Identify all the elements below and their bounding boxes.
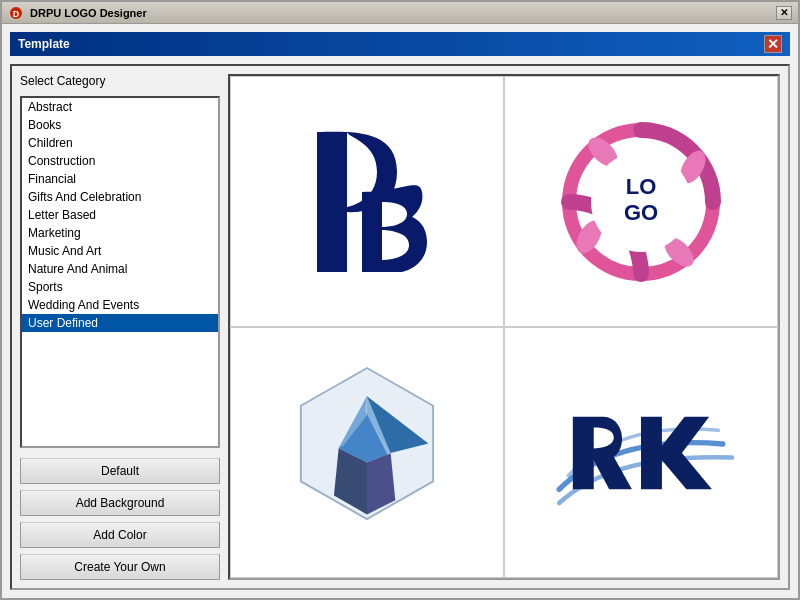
category-abstract[interactable]: Abstract [22, 98, 218, 116]
category-gifts[interactable]: Gifts And Celebration [22, 188, 218, 206]
category-marketing[interactable]: Marketing [22, 224, 218, 242]
category-music[interactable]: Music And Art [22, 242, 218, 260]
logo-item-2[interactable]: LO GO [504, 76, 778, 327]
dialog-title-bar: Template ✕ [10, 32, 790, 56]
dialog-content: Select Category Abstract Books Children … [10, 64, 790, 590]
category-children[interactable]: Children [22, 134, 218, 152]
category-nature[interactable]: Nature And Animal [22, 260, 218, 278]
add-background-button[interactable]: Add Background [20, 490, 220, 516]
logo-item-3[interactable] [230, 327, 504, 578]
svg-text:GO: GO [624, 200, 658, 225]
logo-grid: LO GO [228, 74, 780, 580]
category-user-defined[interactable]: User Defined [22, 314, 218, 332]
main-window: D DRPU LOGO Designer ✕ Template ✕ Select… [0, 0, 800, 600]
dialog: Template ✕ Select Category Abstract Book… [2, 24, 798, 598]
add-color-button[interactable]: Add Color [20, 522, 220, 548]
svg-text:D: D [13, 9, 20, 19]
svg-text:LO: LO [626, 174, 657, 199]
category-construction[interactable]: Construction [22, 152, 218, 170]
buttons-panel: Default Add Background Add Color Create … [20, 458, 220, 580]
window-title: DRPU LOGO Designer [30, 7, 776, 19]
dialog-close-button[interactable]: ✕ [764, 35, 782, 53]
category-financial[interactable]: Financial [22, 170, 218, 188]
window-close-button[interactable]: ✕ [776, 6, 792, 20]
dialog-title: Template [18, 37, 764, 51]
category-letter[interactable]: Letter Based [22, 206, 218, 224]
title-bar: D DRPU LOGO Designer ✕ [2, 2, 798, 24]
category-label: Select Category [20, 74, 220, 88]
logo-item-1[interactable] [230, 76, 504, 327]
category-sports[interactable]: Sports [22, 278, 218, 296]
default-button[interactable]: Default [20, 458, 220, 484]
create-your-own-button[interactable]: Create Your Own [20, 554, 220, 580]
logo-item-4[interactable] [504, 327, 778, 578]
app-icon: D [8, 5, 24, 21]
category-wedding[interactable]: Wedding And Events [22, 296, 218, 314]
category-list[interactable]: Abstract Books Children Construction Fin… [20, 96, 220, 448]
left-panel: Select Category Abstract Books Children … [20, 74, 220, 580]
category-books[interactable]: Books [22, 116, 218, 134]
